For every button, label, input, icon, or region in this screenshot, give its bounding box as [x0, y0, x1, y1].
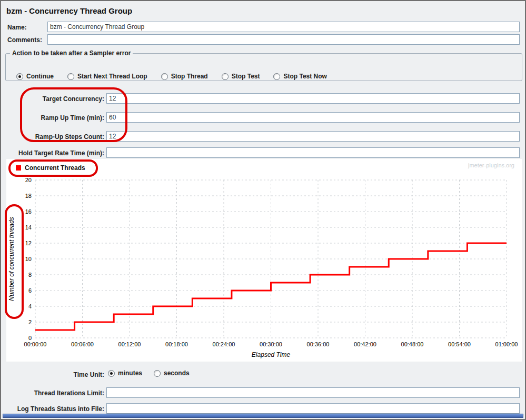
chart-panel: Concurrent Threads jmeter-plugins.org 02… [6, 159, 522, 362]
thread-iterations-limit-label: Thread Iterations Limit: [5, 389, 104, 397]
svg-text:00:06:00: 00:06:00 [71, 341, 94, 347]
log-threads-status-file-label: Log Threads Status into File: [5, 405, 104, 413]
radio-stop-thread-label: Stop Thread [171, 73, 208, 80]
sampler-error-group: Action to be taken after a Sampler error… [5, 49, 522, 81]
svg-text:0: 0 [28, 335, 32, 341]
concurrency-thread-group-panel: bzm - Concurrency Thread Group Name: Com… [0, 0, 526, 420]
svg-text:6: 6 [28, 287, 32, 294]
radio-seconds[interactable]: seconds [154, 369, 190, 377]
svg-text:00:18:00: 00:18:00 [165, 341, 188, 347]
comments-input[interactable] [47, 34, 520, 45]
radio-stop-test-now-label: Stop Test Now [283, 73, 326, 80]
name-label: Name: [7, 24, 27, 31]
svg-text:00:12:00: 00:12:00 [118, 341, 141, 347]
svg-text:Number of concurrent threads: Number of concurrent threads [8, 217, 15, 301]
time-unit-label: Time Unit: [5, 371, 104, 378]
thread-iterations-limit-input[interactable] [106, 387, 520, 398]
svg-text:00:30:00: 00:30:00 [260, 341, 282, 347]
svg-text:01:00:00: 01:00:00 [495, 341, 518, 347]
svg-text:14: 14 [25, 224, 32, 231]
svg-text:00:24:00: 00:24:00 [213, 341, 235, 347]
target-concurrency-label: Target Concurrency: [5, 95, 104, 103]
watermark-text: jmeter-plugins.org [468, 162, 514, 168]
svg-text:12: 12 [25, 240, 32, 246]
ramp-up-steps-count-label: Ramp-Up Steps Count: [5, 133, 104, 141]
radio-icon [222, 73, 229, 80]
radio-stop-test-label: Stop Test [232, 73, 260, 80]
radio-start-next-thread-loop-label: Start Next Thread Loop [77, 73, 147, 80]
svg-text:8: 8 [28, 272, 32, 278]
radio-icon [273, 73, 280, 80]
svg-text:20: 20 [25, 177, 32, 183]
sampler-error-legend: Action to be taken after a Sampler error [10, 49, 133, 57]
radio-continue[interactable]: Continue [16, 73, 54, 80]
svg-text:10: 10 [25, 256, 32, 262]
log-threads-status-file-input[interactable] [106, 403, 520, 414]
hold-target-rate-time-label: Hold Target Rate Time (min): [5, 149, 104, 157]
svg-text:16: 16 [25, 208, 32, 215]
radio-continue-label: Continue [26, 73, 54, 80]
sampler-error-options: Continue Start Next Thread Loop Stop Thr… [16, 73, 327, 80]
svg-text:2: 2 [28, 319, 32, 325]
time-unit-options: minutes seconds [108, 369, 190, 377]
chart-legend: Concurrent Threads [16, 164, 85, 172]
legend-label: Concurrent Threads [25, 164, 85, 172]
radio-stop-test[interactable]: Stop Test [222, 73, 260, 80]
svg-text:18: 18 [25, 193, 32, 199]
radio-icon [161, 73, 168, 80]
hold-target-rate-time-input[interactable] [106, 147, 520, 158]
name-input[interactable] [47, 22, 520, 32]
ramp-up-steps-count-input[interactable] [106, 131, 520, 142]
radio-minutes[interactable]: minutes [108, 369, 142, 377]
radio-minutes-label: minutes [118, 369, 142, 377]
svg-text:00:54:00: 00:54:00 [448, 341, 471, 347]
radio-stop-thread[interactable]: Stop Thread [161, 73, 208, 80]
target-concurrency-input[interactable] [106, 93, 520, 104]
svg-text:00:42:00: 00:42:00 [354, 341, 376, 347]
svg-text:00:48:00: 00:48:00 [401, 341, 424, 347]
svg-text:Elapsed Time: Elapsed Time [252, 351, 291, 358]
legend-color-swatch [16, 165, 21, 171]
svg-text:4: 4 [28, 303, 32, 309]
concurrency-chart: 0246810121416182000:00:0000:06:0000:12:0… [6, 173, 522, 361]
radio-seconds-label: seconds [164, 369, 190, 377]
page-title: bzm - Concurrency Thread Group [6, 6, 132, 15]
radio-icon [154, 370, 161, 377]
radio-icon [67, 73, 74, 80]
radio-stop-test-now[interactable]: Stop Test Now [273, 73, 326, 80]
radio-start-next-thread-loop[interactable]: Start Next Thread Loop [67, 73, 147, 80]
svg-text:00:00:00: 00:00:00 [24, 341, 47, 347]
svg-text:00:36:00: 00:36:00 [307, 341, 330, 347]
comments-label: Comments: [7, 36, 42, 44]
radio-selected-icon [108, 370, 115, 377]
bottom-accent-bar [3, 414, 523, 418]
ramp-up-time-label: Ramp Up Time (min): [5, 114, 104, 122]
radio-selected-icon [16, 73, 23, 80]
ramp-up-time-input[interactable] [106, 112, 520, 123]
